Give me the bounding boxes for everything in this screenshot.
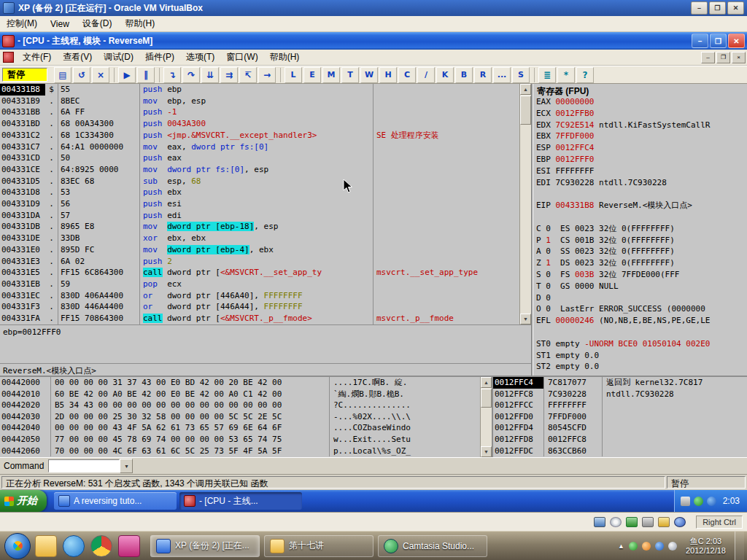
host-task-0[interactable]: XP (备份 2) [正在... — [150, 535, 260, 557]
toolbar-help-button[interactable]: ? — [576, 67, 594, 83]
toolbar-windows-list-button[interactable]: ≣ — [538, 67, 556, 83]
disasm-row[interactable]: 004331C7.64:A1 0000000mov eax, dword ptr… — [0, 141, 519, 153]
disasm-row[interactable]: 004331FA.FF15 70864300call dword ptr [<&… — [0, 313, 519, 324]
stack-pane[interactable]: 0012FFC47C817077返回到 kernel32.7C8170012FF… — [493, 376, 747, 457]
dump-scrollbar[interactable]: ▲ ▼ — [480, 377, 492, 457]
register-line[interactable]: S 0 FS 003B 32位 7FFDE000(FFF — [533, 269, 747, 281]
app-tray-icon[interactable] — [707, 497, 716, 506]
toolbar-windows-window-button[interactable]: W — [360, 67, 378, 83]
toolbar-breakpoints-window-button[interactable]: B — [455, 67, 473, 83]
olly-menu-item-1[interactable]: 查看(V) — [57, 50, 98, 65]
toolbar-animate-over-button[interactable]: ⇉ — [220, 67, 238, 83]
olly-menu-item-6[interactable]: 帮助(H) — [264, 50, 306, 65]
disasm-row[interactable]: 004331D5.83EC 68sub esp, 68 — [0, 176, 519, 187]
explorer-icon[interactable] — [35, 535, 57, 557]
close-button[interactable]: ✕ — [728, 34, 745, 48]
disassembly-scrollbar[interactable]: ▲ ▼ — [519, 84, 531, 324]
disasm-row[interactable]: 004331CE.64:8925 0000mov dword ptr fs:[0… — [0, 164, 519, 176]
vb-menu-item-3[interactable]: 帮助(H) — [118, 16, 161, 31]
stack-row[interactable]: 0012FFD80012FFC8 — [493, 434, 747, 446]
host-clock[interactable]: 鱼C 2:03 2012/12/18 — [681, 537, 730, 556]
dump-row[interactable]: 0044200000 00 00 00 31 37 43 00 E0 BD 42… — [0, 377, 480, 389]
disasm-row[interactable]: 004331D9.56push esi — [0, 198, 519, 210]
xp-start-button[interactable]: 开始 — [0, 490, 47, 512]
toolbar-source-window-button[interactable]: S — [512, 67, 530, 83]
disasm-row[interactable]: 004331C2.68 1C334300push <jmp.&MSVCRT.__… — [0, 130, 519, 141]
register-line[interactable]: ST2 empty 0.0 — [533, 361, 747, 373]
disasm-row[interactable]: 004331D8.53push ebx — [0, 187, 519, 198]
register-line[interactable]: C 0 ES 0023 32位 0(FFFFFFFF) — [533, 223, 747, 235]
olly-menu-item-0[interactable]: 文件(F) — [17, 50, 57, 65]
disasm-row[interactable]: 004331B8$55push ebp — [0, 84, 519, 96]
vb-menu-item-1[interactable]: View — [44, 18, 76, 31]
toolbar-call-stack-window-button[interactable]: K — [436, 67, 454, 83]
toolbar-memory-window-button[interactable]: M — [322, 67, 340, 83]
register-line[interactable]: O 0 LastErr ERROR_SUCCESS (0000000 — [533, 303, 747, 315]
toolbar-animate-into-button[interactable]: ⇊ — [201, 67, 219, 83]
disasm-row[interactable]: 004331EC.830D 406A4400or dword ptr [446A… — [0, 290, 519, 302]
register-line[interactable]: EBP 0012FFF0 — [533, 154, 747, 166]
close-button[interactable]: ✕ — [727, 1, 744, 15]
memory-dump-pane[interactable]: 0044200000 00 00 00 31 37 43 00 E0 BD 42… — [0, 376, 493, 457]
register-line[interactable]: ST0 empty -UNORM BCE0 01050104 002E0 — [533, 338, 747, 350]
register-line[interactable]: ESP 0012FFC4 — [533, 142, 747, 154]
register-line[interactable]: EAX 00000000 — [533, 96, 747, 108]
disassembly-pane[interactable]: 004331B8$55push ebp004331B9.8BECmov ebp,… — [0, 84, 533, 324]
media-player-icon[interactable] — [118, 535, 140, 557]
vb-menu-item-0[interactable]: 控制(M) — [0, 16, 44, 31]
minimize-button[interactable]: – — [692, 34, 708, 48]
registers-pane[interactable]: 寄存器 (FPU) EAX 00000000ECX 0012FFB0EDX 7C… — [533, 84, 747, 376]
vb-menu-item-2[interactable]: 设备(D) — [76, 16, 119, 31]
register-line[interactable]: D 0 — [533, 292, 747, 304]
dump-row[interactable]: 0044204000 00 00 00 43 4F 5A 62 61 73 65… — [0, 422, 480, 434]
disasm-row[interactable]: 004331DA.57push edi — [0, 210, 519, 222]
toolbar-pause-button[interactable]: ‖ — [137, 67, 155, 83]
register-line[interactable]: EBX 7FFDF000 — [533, 131, 747, 142]
disasm-row[interactable]: 004331BB.6A FFpush -1 — [0, 106, 519, 118]
toolbar-open-file-button[interactable]: ▤ — [54, 67, 71, 83]
register-line[interactable]: EDI 7C930228 ntdll.7C930228 — [533, 177, 747, 189]
toolbar-restart-button[interactable]: ↺ — [73, 67, 90, 83]
scroll-thumb[interactable] — [520, 96, 531, 125]
command-input[interactable] — [48, 459, 120, 472]
stack-row[interactable]: 0012FFC87C930228ntdll.7C930228 — [493, 389, 747, 400]
scroll-down-button[interactable]: ▼ — [520, 314, 531, 324]
register-line[interactable]: EFL 00000246 (NO,NB,E,BE,NS,PE,GE,LE — [533, 315, 747, 327]
host-start-button[interactable] — [4, 533, 31, 559]
olly-menu-item-5[interactable]: 窗口(W) — [220, 50, 263, 65]
scroll-up-button[interactable]: ▲ — [481, 377, 492, 388]
stack-row[interactable]: 0012FFCCFFFFFFFF — [493, 400, 747, 411]
register-line[interactable]: P 1 CS 001B 32位 0(FFFFFFFF) — [533, 235, 747, 246]
disasm-row[interactable]: 004331F3.830D 446A4400or dword ptr [446A… — [0, 301, 519, 313]
minimize-button[interactable]: – — [691, 1, 708, 15]
toolbar-run-trace-window-button[interactable]: ... — [493, 67, 511, 83]
info-pane[interactable]: ebp=0012FFF0 ReverseM.<模块入口点> — [0, 324, 533, 376]
toolbar-executables-window-button[interactable]: E — [303, 67, 321, 83]
scroll-thumb[interactable] — [481, 389, 492, 408]
mdi-close-button[interactable]: × — [732, 52, 746, 63]
toolbar-step-into-button[interactable]: ↴ — [163, 67, 181, 83]
network-tray-icon[interactable] — [655, 542, 664, 551]
stack-row[interactable]: 0012FFDC863CCB60 — [493, 446, 747, 457]
toolbar-close-program-button[interactable]: × — [92, 67, 109, 83]
dump-row[interactable]: 0044201060 BE 42 00 A0 BE 42 00 E0 BE 42… — [0, 389, 480, 400]
toolbar-threads-window-button[interactable]: T — [341, 67, 359, 83]
dump-row[interactable]: 0044205077 00 00 00 45 78 69 74 00 00 00… — [0, 434, 480, 446]
toolbar-patches-window-button[interactable]: / — [417, 67, 435, 83]
mdi-restore-button[interactable]: ❐ — [716, 52, 730, 63]
register-line[interactable]: EIP 004331B8 ReverseM.<模块入口点> — [533, 200, 747, 211]
disasm-row[interactable]: 004331DE.33DBxor ebx, ebx — [0, 233, 519, 244]
command-dropdown-arrow[interactable]: ▼ — [120, 459, 133, 473]
toolbar-options-button[interactable]: * — [557, 67, 575, 83]
browser-icon[interactable] — [63, 535, 85, 557]
xp-task-0[interactable]: A reversing tuto... — [54, 492, 177, 510]
maximize-button[interactable]: ❐ — [709, 1, 726, 15]
olly-menu-item-4[interactable]: 选项(T) — [180, 50, 220, 65]
toolbar-log-window-button[interactable]: L — [285, 67, 302, 83]
stack-row[interactable]: 0012FFD07FFDF000 — [493, 411, 747, 423]
tray-expand-icon[interactable]: ▲ — [618, 542, 624, 550]
disasm-row[interactable]: 004331DB.8965 E8mov dword ptr [ebp-18], … — [0, 221, 519, 233]
maximize-button[interactable]: ❐ — [710, 34, 727, 48]
volume-tray-icon[interactable] — [668, 542, 677, 551]
olly-menu-item-3[interactable]: 插件(P) — [139, 50, 180, 65]
